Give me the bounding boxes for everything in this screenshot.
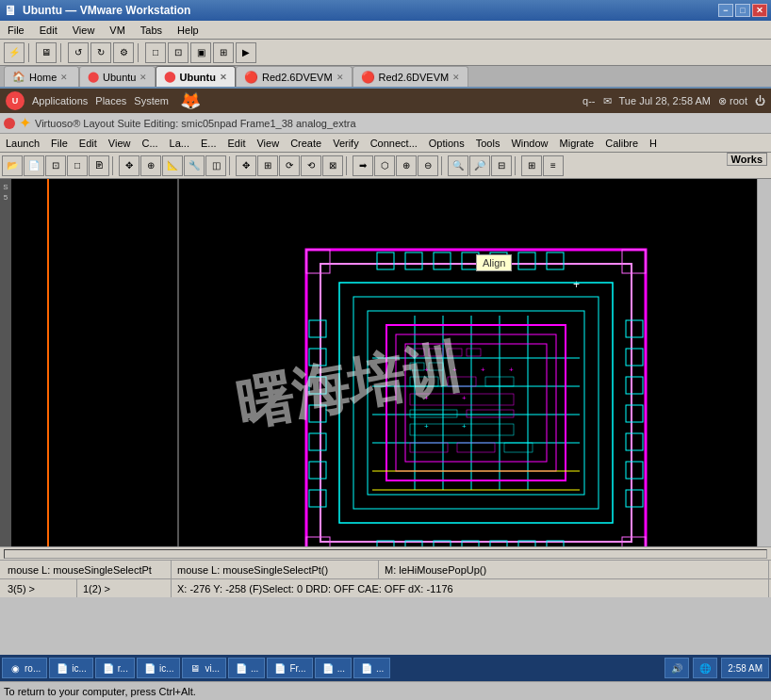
- tb2-btn-7[interactable]: ⊕: [140, 155, 161, 176]
- firefox-icon[interactable]: 🦊: [180, 90, 201, 111]
- vmenu-calibre[interactable]: Calibre: [599, 136, 644, 151]
- task-vi[interactable]: 🖥 vi...: [182, 658, 226, 678]
- tb-btn-2[interactable]: 🖥: [36, 42, 57, 63]
- vmenu-e[interactable]: E...: [195, 136, 222, 151]
- tb-btn-10[interactable]: ▶: [236, 42, 256, 63]
- menu-edit[interactable]: Edit: [32, 23, 65, 38]
- tb-btn-8[interactable]: ▣: [190, 42, 211, 63]
- menu-help[interactable]: Help: [170, 23, 206, 38]
- task-fr[interactable]: 📄 Fr...: [267, 658, 312, 678]
- tb2-btn-13[interactable]: ⟳: [279, 155, 300, 176]
- svg-rect-31: [626, 462, 643, 479]
- title-bar-left: 🖥 Ubuntu — VMware Workstation: [4, 3, 190, 18]
- ubuntu-applications[interactable]: Applications: [32, 95, 88, 106]
- tb2-btn-16[interactable]: ➡: [353, 155, 373, 176]
- maximize-button[interactable]: □: [735, 4, 750, 17]
- center-canvas[interactable]: Align +: [179, 179, 757, 546]
- vmenu-launch[interactable]: Launch: [0, 136, 45, 151]
- svg-rect-27: [626, 349, 643, 366]
- tb-btn-7[interactable]: ⊡: [168, 42, 189, 63]
- vmenu-edit2[interactable]: Edit: [222, 136, 252, 151]
- tb2-btn-8[interactable]: 📐: [162, 155, 183, 176]
- tb2-btn-5[interactable]: 🖹: [89, 155, 109, 176]
- vmenu-edit[interactable]: Edit: [74, 136, 103, 151]
- tb2-btn-4[interactable]: □: [67, 155, 88, 176]
- tb2-btn-14[interactable]: ⟲: [301, 155, 321, 176]
- tb2-btn-15[interactable]: ⊠: [322, 155, 343, 176]
- tb2-btn-24[interactable]: ≡: [543, 155, 564, 176]
- tb2-btn-2[interactable]: 📄: [24, 155, 44, 176]
- vmenu-connect[interactable]: Connect...: [365, 136, 423, 151]
- tab-ubuntu1[interactable]: ⬤ Ubuntu ✕: [79, 66, 156, 87]
- tb-btn-4[interactable]: ↻: [90, 42, 111, 63]
- left-tb-btn[interactable]: S: [3, 183, 8, 191]
- vmenu-view2[interactable]: View: [251, 136, 285, 151]
- task-r[interactable]: 📄 r...: [95, 658, 135, 678]
- tab-ubuntu2-close[interactable]: ✕: [220, 73, 227, 82]
- tray-time[interactable]: 2:58 AM: [721, 658, 769, 678]
- vmenu-migrate[interactable]: Migrate: [554, 136, 600, 151]
- close-button[interactable]: ✕: [752, 4, 767, 17]
- vmenu-c[interactable]: C...: [136, 136, 163, 151]
- tb2-btn-17[interactable]: ⬡: [374, 155, 395, 176]
- tab-home-close[interactable]: ✕: [60, 73, 68, 82]
- ubuntu-system[interactable]: System: [134, 95, 169, 106]
- horizontal-scrollbar[interactable]: [4, 549, 767, 559]
- tb2-btn-19[interactable]: ⊖: [418, 155, 438, 176]
- vmenu-tools[interactable]: Tools: [470, 136, 506, 151]
- vmenu-window[interactable]: Window: [505, 136, 553, 151]
- virtuoso-close[interactable]: [4, 118, 15, 129]
- menu-vm[interactable]: VM: [102, 23, 133, 38]
- ubuntu-places[interactable]: Places: [95, 95, 126, 106]
- tb2-btn-20[interactable]: 🔍: [448, 155, 468, 176]
- task-ic2[interactable]: 📄 ic...: [137, 658, 181, 678]
- tb2-btn-9[interactable]: 🔧: [184, 155, 205, 176]
- vmenu-la[interactable]: La...: [164, 136, 195, 151]
- tb2-btn-18[interactable]: ⊕: [396, 155, 417, 176]
- tab-red1-close[interactable]: ✕: [336, 73, 344, 82]
- minimize-button[interactable]: −: [718, 4, 733, 17]
- tb2-btn-12[interactable]: ⊞: [257, 155, 278, 176]
- taskbar: ◉ ro... 📄 ic... 📄 r... 📄 ic... 🖥 vi... 📄…: [0, 655, 771, 681]
- tb2-btn-23[interactable]: ⊞: [521, 155, 542, 176]
- tab-red2-close[interactable]: ✕: [452, 73, 460, 82]
- tray-icon1[interactable]: 🔊: [664, 658, 689, 678]
- task-dots1[interactable]: 📄 ...: [228, 658, 265, 678]
- tb-btn-5[interactable]: ⚙: [113, 42, 134, 63]
- browser-tabs: 🏠 Home ✕ ⬤ Ubuntu ✕ ⬤ Ubuntu ✕ 🔴 Red2.6D…: [0, 66, 771, 89]
- tray-icon2[interactable]: 🌐: [693, 658, 717, 678]
- tab-red2[interactable]: 🔴 Red2.6DVEVM ✕: [353, 66, 469, 87]
- tab-home[interactable]: 🏠 Home ✕: [4, 66, 79, 87]
- vmenu-options[interactable]: Options: [423, 136, 470, 151]
- vmenu-h[interactable]: H: [644, 136, 663, 151]
- tb-btn-3[interactable]: ↺: [68, 42, 89, 63]
- vmenu-verify[interactable]: Verify: [327, 136, 365, 151]
- tb2-btn-11[interactable]: ✥: [236, 155, 256, 176]
- task-icon-fr: 📄: [273, 661, 287, 675]
- menu-view[interactable]: View: [65, 23, 103, 38]
- tb-btn-9[interactable]: ⊞: [213, 42, 234, 63]
- tab-red1[interactable]: 🔴 Red2.6DVEVM ✕: [236, 66, 353, 87]
- tab-ubuntu1-close[interactable]: ✕: [139, 73, 147, 82]
- tab-ubuntu2[interactable]: ⬤ Ubuntu ✕: [156, 66, 235, 87]
- tb-btn-1[interactable]: ⚡: [4, 42, 25, 63]
- ubuntu-power[interactable]: ⏻: [755, 95, 765, 106]
- task-dots3[interactable]: 📄 ...: [353, 658, 390, 678]
- vmenu-view[interactable]: View: [103, 136, 137, 151]
- menu-file[interactable]: File: [0, 23, 32, 38]
- tb2-btn-10[interactable]: ◫: [205, 155, 226, 176]
- tb2-btn-3[interactable]: ⊡: [45, 155, 66, 176]
- tb2-btn-21[interactable]: 🔎: [469, 155, 490, 176]
- tb-btn-6[interactable]: □: [145, 42, 166, 63]
- ubuntu-app-bar: U Applications Places System 🦊 q-- ✉ Tue…: [0, 89, 771, 113]
- left-tb-btn2[interactable]: 5: [4, 193, 8, 202]
- tb2-btn-1[interactable]: 📂: [2, 155, 23, 176]
- tb2-btn-6[interactable]: ✥: [119, 155, 139, 176]
- menu-tabs[interactable]: Tabs: [133, 23, 170, 38]
- task-dots2[interactable]: 📄 ...: [315, 658, 352, 678]
- vmenu-create[interactable]: Create: [285, 136, 327, 151]
- task-ro[interactable]: ◉ ro...: [2, 658, 47, 678]
- task-ic1[interactable]: 📄 ic...: [49, 658, 93, 678]
- vmenu-file[interactable]: File: [45, 136, 74, 151]
- tb2-btn-22[interactable]: ⊟: [491, 155, 512, 176]
